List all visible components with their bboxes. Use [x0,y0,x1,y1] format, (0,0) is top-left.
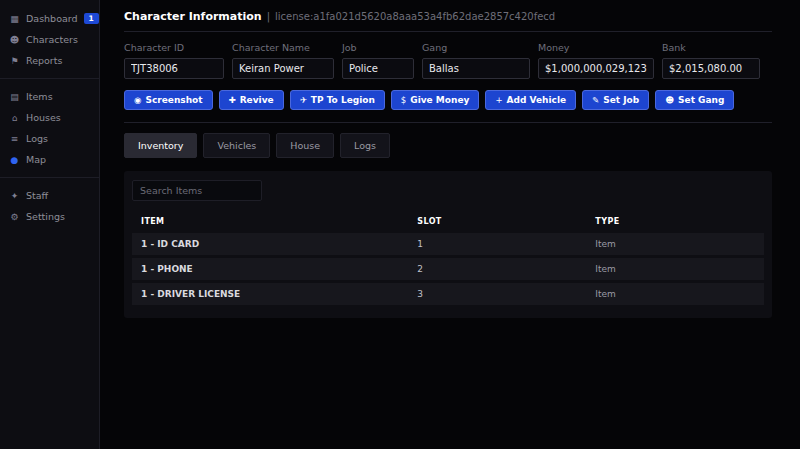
button-label: Screenshot [145,95,202,105]
sidebar-item-label: Logs [26,133,48,144]
job-input[interactable] [342,58,414,79]
dashboard-count-badge: 1 [84,13,99,24]
field-label: Gang [422,42,530,53]
character-name-input[interactable] [232,58,334,79]
sidebar-item-reports[interactable]: ⚑ Reports [0,50,99,71]
sidebar-item-label: Map [26,154,46,165]
item-slot: 1 [417,239,595,249]
items-icon: ▤ [9,92,20,102]
sidebar-divider [0,177,99,178]
money-input[interactable] [538,58,654,79]
main-content: Character Information | license:a1fa021d… [100,0,800,449]
field-label: Character Name [232,42,334,53]
field-label: Character ID [124,42,224,53]
tab-inventory[interactable]: Inventory [124,133,197,158]
license-text: license:a1fa021d5620a8aaa53a4fb62dae2857… [275,11,555,22]
button-label: Give Money [410,95,469,105]
settings-icon: ⚙ [9,212,20,222]
money-icon: $ [401,95,406,105]
button-label: Set Job [603,95,639,105]
item-name: 1 - PHONE [141,264,417,274]
item-slot: 2 [417,264,595,274]
item-slot: 3 [417,289,595,299]
characters-icon: ☻ [9,35,20,45]
table-row[interactable]: 1 - ID CARD 1 Item [132,233,764,255]
field-job: Job [342,42,414,79]
houses-icon: ⌂ [9,113,20,123]
field-character-name: Character Name [232,42,334,79]
revive-icon: ✚ [229,95,236,105]
sidebar-item-logs[interactable]: ≡ Logs [0,128,99,149]
item-type: Item [595,264,755,274]
field-character-id: Character ID [124,42,224,79]
gang-icon: ☻ [665,95,674,105]
reports-icon: ⚑ [9,56,20,66]
action-buttons: ◉ Screenshot ✚ Revive ✈ TP To Legion $ G… [124,90,772,110]
table-header-row: ITEM SLOT TYPE [132,213,764,233]
dashboard-icon: ▦ [9,14,20,24]
staff-icon: ✦ [9,191,20,201]
give-money-button[interactable]: $ Give Money [391,90,480,110]
item-name: 1 - ID CARD [141,239,417,249]
sidebar-item-label: Settings [26,211,65,222]
sidebar-item-label: Items [26,91,53,102]
revive-button[interactable]: ✚ Revive [219,90,284,110]
button-label: Set Gang [678,95,724,105]
camera-icon: ◉ [134,95,141,105]
character-fields: Character ID Character Name Job Gang Mon… [124,42,772,79]
sidebar-item-houses[interactable]: ⌂ Houses [0,107,99,128]
table-row[interactable]: 1 - PHONE 2 Item [132,258,764,280]
sidebar-item-label: Characters [26,34,78,45]
item-name: 1 - DRIVER LICENSE [141,289,417,299]
bank-input[interactable] [662,58,760,79]
button-label: TP To Legion [311,95,375,105]
tab-bar: Inventory Vehicles House Logs [124,133,772,158]
sidebar-item-staff[interactable]: ✦ Staff [0,185,99,206]
set-job-button[interactable]: ✎ Set Job [582,90,649,110]
sidebar-item-label: Houses [26,112,61,123]
sidebar-divider [0,78,99,79]
divider [124,122,772,123]
logs-icon: ≡ [9,134,20,144]
sidebar-item-settings[interactable]: ⚙ Settings [0,206,99,227]
plus-icon: + [495,95,502,105]
set-gang-button[interactable]: ☻ Set Gang [655,90,734,110]
tab-vehicles[interactable]: Vehicles [203,133,270,158]
tp-to-legion-button[interactable]: ✈ TP To Legion [290,90,385,110]
sidebar-item-label: Staff [26,190,48,201]
gang-input[interactable] [422,58,530,79]
search-items-input[interactable] [132,180,262,201]
add-vehicle-button[interactable]: + Add Vehicle [485,90,576,110]
field-money: Money [538,42,654,79]
table-row[interactable]: 1 - DRIVER LICENSE 3 Item [132,283,764,305]
sidebar-item-label: Dashboard [26,13,78,24]
tab-logs[interactable]: Logs [340,133,390,158]
button-label: Add Vehicle [507,95,567,105]
divider [124,31,772,32]
teleport-icon: ✈ [300,95,307,105]
field-label: Money [538,42,654,53]
character-id-input[interactable] [124,58,224,79]
screenshot-button[interactable]: ◉ Screenshot [124,90,213,110]
column-header-type: TYPE [595,217,755,226]
field-gang: Gang [422,42,530,79]
page-header: Character Information | license:a1fa021d… [124,10,772,23]
column-header-item: ITEM [141,217,417,226]
page-title: Character Information [124,10,262,23]
column-header-slot: SLOT [417,217,595,226]
job-icon: ✎ [592,95,599,105]
sidebar-item-label: Reports [26,55,62,66]
sidebar-item-items[interactable]: ▤ Items [0,86,99,107]
sidebar: ▦ Dashboard 1 ☻ Characters ⚑ Reports ▤ I… [0,0,100,449]
field-label: Bank [662,42,760,53]
field-bank: Bank [662,42,760,79]
inventory-panel: ITEM SLOT TYPE 1 - ID CARD 1 Item 1 - PH… [124,171,772,318]
inventory-table: ITEM SLOT TYPE 1 - ID CARD 1 Item 1 - PH… [132,213,764,305]
field-label: Job [342,42,414,53]
sidebar-item-dashboard[interactable]: ▦ Dashboard 1 [0,8,99,29]
tab-house[interactable]: House [276,133,334,158]
item-type: Item [595,239,755,249]
sidebar-item-characters[interactable]: ☻ Characters [0,29,99,50]
header-separator: | [267,11,270,22]
sidebar-item-map[interactable]: ● Map [0,149,99,170]
